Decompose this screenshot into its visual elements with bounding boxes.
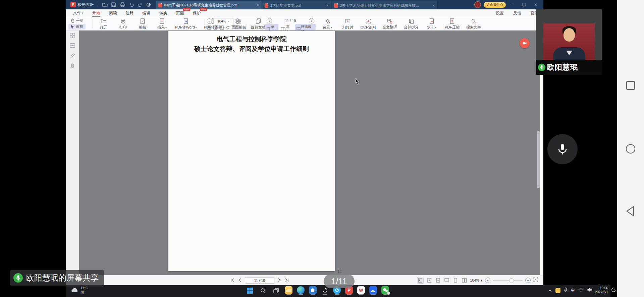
zoom-out-button[interactable]: − xyxy=(207,18,212,24)
task-view-icon[interactable] xyxy=(272,286,280,295)
user-avatar[interactable] xyxy=(474,1,481,8)
tray-app-icon[interactable] xyxy=(555,288,560,293)
toolbar-button[interactable]: 水印▾ xyxy=(422,18,441,30)
last-page-button[interactable] xyxy=(284,278,289,284)
taskbar-app-wps[interactable]: W xyxy=(357,286,365,295)
recording-float-button[interactable] xyxy=(520,38,530,48)
tab-close-icon[interactable]: × xyxy=(433,3,435,7)
zoom-level-field[interactable]: 104%▾ xyxy=(470,278,482,283)
toolbar-button[interactable]: 插入▾ xyxy=(152,18,172,30)
zoom-level-field[interactable]: 104%▾ xyxy=(213,18,233,24)
menu-item[interactable]: 文件▾ xyxy=(73,9,84,17)
vip-center-button[interactable]: V 会员中心 xyxy=(484,2,506,8)
volume-icon[interactable] xyxy=(587,287,592,293)
menu-item[interactable]: 保护NEW xyxy=(193,10,201,17)
menu-item[interactable]: 注释 xyxy=(126,10,134,17)
wifi-icon[interactable] xyxy=(578,287,584,293)
taskbar-app-edge[interactable] xyxy=(297,286,305,295)
annotations-panel-icon[interactable] xyxy=(66,51,79,61)
fit-page-button[interactable] xyxy=(426,277,432,283)
tab-close-icon[interactable]: × xyxy=(257,3,259,7)
actual-size-button[interactable] xyxy=(219,25,224,30)
page-number-field[interactable]: 11 / 19 xyxy=(285,19,296,23)
single-page-view-button[interactable] xyxy=(452,277,459,283)
taskbar-app-meeting[interactable] xyxy=(369,286,377,295)
actual-size-button[interactable] xyxy=(417,277,424,284)
microphone-tray-icon[interactable] xyxy=(564,287,568,294)
minimize-button[interactable]: ─ xyxy=(508,1,517,8)
zoom-in-button[interactable]: + xyxy=(525,278,531,283)
weather-widget[interactable]: 17°C 阴 xyxy=(71,286,88,294)
open-folder-icon[interactable] xyxy=(101,1,109,8)
hidden-icons-chevron[interactable] xyxy=(548,287,552,293)
next-page-button[interactable] xyxy=(278,278,281,284)
prev-page-button[interactable]: ‹ xyxy=(267,18,272,23)
select-tool-button[interactable]: 选择 xyxy=(68,24,86,29)
toolbar-button[interactable]: PDF转Word▾ xyxy=(172,18,200,30)
toolbar-button[interactable]: 打开 xyxy=(94,18,113,30)
menu-link[interactable]: 设置 xyxy=(496,10,504,17)
zoom-slider-knob[interactable] xyxy=(509,278,514,283)
ime-indicator[interactable]: 中 xyxy=(571,288,575,293)
start-button[interactable] xyxy=(246,286,254,295)
menu-link[interactable]: 反馈 xyxy=(513,10,521,17)
tab-close-icon[interactable]: × xyxy=(326,3,328,7)
toolbar-button[interactable]: 合并拆分 xyxy=(400,18,422,30)
search-icon[interactable] xyxy=(259,286,267,295)
menu-item[interactable]: 开始 xyxy=(92,9,100,17)
document-tab[interactable]: 03南工电[2021]18号研究生培养过程管理.pdf × xyxy=(156,1,262,9)
toolbar-button[interactable]: 背景▾ xyxy=(317,18,338,30)
undo-icon[interactable] xyxy=(127,1,135,8)
menu-item[interactable]: 转换 xyxy=(159,10,167,17)
next-page-button[interactable]: › xyxy=(309,18,314,23)
close-button[interactable]: × xyxy=(531,1,540,8)
android-recents-button[interactable] xyxy=(626,80,636,92)
two-page-view-button[interactable] xyxy=(461,277,467,283)
taskbar-app-wechat[interactable] xyxy=(381,286,389,295)
zoom-slider[interactable] xyxy=(493,280,523,281)
print-icon[interactable] xyxy=(119,1,126,8)
attachments-panel-icon[interactable] xyxy=(66,61,79,71)
focus-assist-moon-icon[interactable] xyxy=(611,287,616,293)
taskbar-app-file-explorer[interactable] xyxy=(285,286,292,295)
bookmarks-panel-icon[interactable] xyxy=(66,41,79,51)
vertical-scrollbar-thumb[interactable] xyxy=(537,131,540,188)
fit-width-button[interactable] xyxy=(213,25,218,30)
toolbar-button[interactable]: OCR识别 xyxy=(358,18,379,30)
hand-tool-button[interactable]: 手型 xyxy=(68,18,86,23)
zoom-in-button[interactable]: + xyxy=(235,18,240,24)
toolbar-button[interactable]: 编辑 xyxy=(133,18,152,30)
menu-item[interactable]: 阅读 xyxy=(109,10,117,17)
continuous-view-button[interactable] xyxy=(444,277,450,283)
microphone-toggle-button[interactable] xyxy=(547,134,578,164)
theme-icon[interactable] xyxy=(145,1,152,8)
self-view-video[interactable]: 欧阳慧珉 xyxy=(536,9,602,75)
rotate-right-icon[interactable] xyxy=(232,25,237,30)
maximize-button[interactable] xyxy=(520,1,529,8)
thumbnails-panel-icon[interactable] xyxy=(66,31,79,41)
toolbar-button[interactable]: 幻灯片 xyxy=(338,18,358,30)
rotate-left-icon[interactable] xyxy=(226,25,230,30)
first-page-button[interactable] xyxy=(230,278,235,284)
document-tab[interactable]: 1学研毕业要求.pdf × xyxy=(262,1,331,9)
save-icon[interactable] xyxy=(110,1,117,8)
android-home-button[interactable] xyxy=(625,143,636,156)
redo-icon[interactable] xyxy=(136,1,144,8)
fit-page-button[interactable] xyxy=(207,25,211,30)
document-viewport[interactable]: 电气工程与控制科学学院 硕士论文答辩、评阅及学位申请工作细则 xyxy=(79,31,540,275)
toolbar-button[interactable]: 搜索文字 xyxy=(463,18,484,30)
android-back-button[interactable] xyxy=(625,205,636,219)
fullscreen-icon[interactable] xyxy=(533,277,538,283)
document-tab[interactable]: 3关于学术型硕士研究生申请学位科研成果考核... × xyxy=(331,1,438,9)
toolbar-button[interactable]: 打印 xyxy=(113,18,133,30)
prev-page-button[interactable] xyxy=(238,278,241,284)
menu-item[interactable]: 页面NEW xyxy=(176,10,184,17)
menu-item[interactable]: 编辑 xyxy=(143,10,151,17)
toolbar-button[interactable]: 全文翻译 xyxy=(379,18,400,30)
taskbar-clock[interactable]: 19:56 2022/5/1 xyxy=(595,286,608,294)
page-number-field[interactable]: 11 / 19 xyxy=(245,277,274,284)
zoom-out-button[interactable]: − xyxy=(485,278,490,283)
fit-width-button[interactable] xyxy=(435,277,441,283)
toolbar-button[interactable]: PDF压缩 xyxy=(441,18,463,30)
taskbar-app-ms-store[interactable] xyxy=(309,286,317,295)
